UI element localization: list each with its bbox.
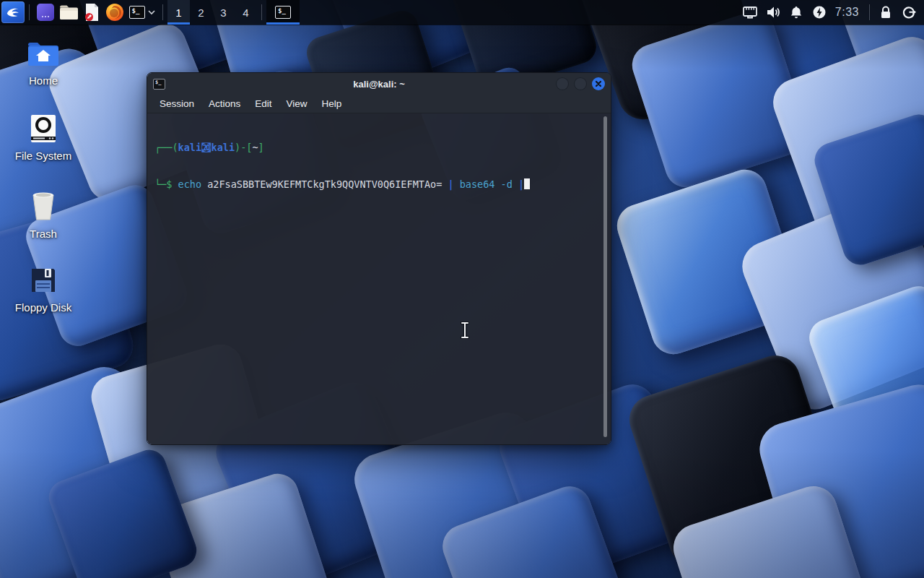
kali-menu-button[interactable] (1, 1, 25, 23)
terminal-text: ┌──(kali㉉kali)-[~] └─$ echo a2FsaSBBTEw9… (154, 117, 601, 215)
desktop-root: Home File System Trash (0, 0, 924, 578)
floppy-disk-icon (29, 266, 58, 295)
top-panel: $_ 1 2 3 4 $_ (0, 0, 924, 25)
minimize-button[interactable] (556, 77, 569, 90)
terminal-icon: $_ (129, 6, 145, 19)
panel-separator (29, 4, 30, 20)
document-edit-icon (83, 3, 100, 22)
desktop-icon-label: Trash (30, 228, 57, 240)
trash-can-icon (29, 191, 58, 221)
window-titlebar-terminal-icon: $_ (153, 79, 165, 90)
close-button[interactable] (592, 77, 605, 90)
lock-icon[interactable] (876, 1, 895, 23)
workspace-4[interactable]: 4 (235, 0, 257, 25)
launcher-terminal[interactable]: $_ (126, 1, 158, 23)
terminal-icon: $_ (275, 6, 291, 19)
prompt-line-2: └─$ echo a2FsaSBBTEw9KEFMTCkgTk9QQVNTV0Q… (154, 178, 601, 191)
launcher-text-editor[interactable] (80, 1, 103, 23)
desktop-icon-label: File System (15, 150, 71, 162)
window-menubar: Session Actions Edit View Help (147, 95, 611, 113)
workspace-label: 4 (243, 7, 248, 19)
close-icon (595, 80, 602, 87)
notifications-bell-icon[interactable] (787, 1, 806, 23)
terminal-content[interactable]: ┌──(kali㉉kali)-[~] └─$ echo a2FsaSBBTEw9… (147, 113, 611, 444)
volume-icon[interactable] (764, 1, 783, 23)
power-manager-icon[interactable] (810, 1, 829, 23)
pipe-symbol: | (518, 178, 524, 190)
menu-actions[interactable]: Actions (202, 96, 247, 111)
prompt-frame: ] (258, 142, 264, 153)
terminal-window: $_ kali@kali: ~ Session Actions Edit Vie… (147, 72, 611, 445)
network-wired-icon[interactable] (741, 1, 759, 23)
workspace-1[interactable]: 1 (167, 0, 190, 25)
taskbar-item-terminal[interactable]: $_ (266, 0, 300, 25)
prompt-frame: ┌──( (154, 142, 178, 153)
desktop-icon-trash[interactable]: Trash (1, 191, 85, 240)
desktop-icon-label: Floppy Disk (15, 301, 71, 314)
command-option: -d (501, 178, 518, 190)
launcher-file-manager[interactable] (57, 1, 80, 23)
command-base64: base64 (460, 178, 501, 190)
terminal-scrollbar[interactable] (603, 116, 607, 437)
prompt-user: kali (178, 142, 202, 153)
panel-separator (261, 4, 262, 20)
window-title: kali@kali: ~ (147, 79, 611, 90)
workspace-label: 1 (175, 7, 181, 19)
mouse-cursor-ibeam (459, 322, 471, 339)
pipe-symbol: | (448, 178, 459, 190)
prompt-frame: └─$ (154, 178, 178, 190)
logout-icon[interactable] (899, 1, 918, 23)
panel-separator (162, 4, 163, 20)
prompt-path: ~ (252, 142, 258, 153)
workspace-label: 3 (220, 7, 226, 19)
menu-help[interactable]: Help (315, 96, 349, 111)
menu-session[interactable]: Session (153, 96, 201, 111)
prompt-line-1: ┌──(kali㉉kali)-[~] (154, 142, 601, 154)
desktop-icon-home[interactable]: Home (1, 40, 85, 87)
desktop-icon-label: Home (29, 74, 58, 87)
workspace-2[interactable]: 2 (190, 0, 212, 25)
desktop-icon-floppy-disk[interactable]: Floppy Disk (1, 266, 85, 314)
maximize-button[interactable] (574, 77, 587, 90)
launcher-firefox[interactable] (103, 1, 126, 23)
workspace-label: 2 (198, 7, 204, 19)
panel-clock[interactable]: 7:33 (835, 6, 859, 19)
purple-app-icon (36, 3, 55, 22)
home-folder-icon (27, 40, 60, 68)
terminal-cursor (524, 178, 530, 189)
prompt-separator: ㉉ (201, 142, 212, 153)
desktop-icon-file-system[interactable]: File System (1, 114, 85, 162)
menu-edit[interactable]: Edit (248, 96, 278, 111)
window-titlebar[interactable]: $_ kali@kali: ~ (147, 73, 611, 95)
command-argument: a2FsaSBBTEw9KEFMTCkgTk9QQVNTV0Q6IEFMTAo= (207, 178, 448, 190)
kali-dragon-icon (5, 4, 21, 20)
launcher-app-finder[interactable] (34, 1, 57, 23)
folder-icon (59, 4, 79, 20)
workspace-3[interactable]: 3 (212, 0, 235, 25)
chevron-down-icon (147, 9, 156, 15)
prompt-host: kali (212, 142, 235, 153)
firefox-icon (105, 3, 124, 22)
panel-separator (869, 4, 870, 20)
menu-view[interactable]: View (280, 96, 314, 111)
command-echo: echo (178, 178, 208, 190)
hard-drive-icon (30, 114, 56, 143)
prompt-frame: )-[ (235, 142, 252, 153)
